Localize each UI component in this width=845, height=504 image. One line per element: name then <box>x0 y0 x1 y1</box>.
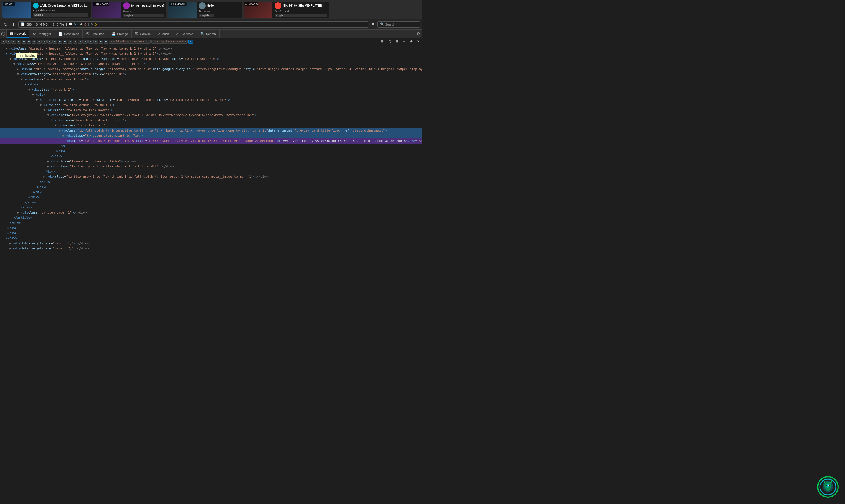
breadcrumb-e-15[interactable]: E <box>73 40 77 43</box>
breadcrumb-e-19[interactable]: E <box>93 40 98 43</box>
debugger-tab-icon: ⚙ <box>33 32 36 36</box>
code-line-23: ▶ <div class="tw-media-card-meta__links"… <box>0 159 423 164</box>
error-icon: ⊗ <box>80 22 83 26</box>
code-panel[interactable]: ▼ <div class="directory-header__filters … <box>0 45 423 252</box>
separator5: | <box>88 23 89 26</box>
breadcrumb-e-5[interactable]: E <box>22 40 26 43</box>
network-tab-label: Network <box>14 32 25 35</box>
breadcrumb-e-12[interactable]: E <box>57 40 62 43</box>
breadcrumb-e-3[interactable]: E <box>12 40 16 43</box>
canvas-tab-label: Canvas <box>140 32 151 36</box>
crosshair-button[interactable]: ⊕ <box>408 38 414 44</box>
split-layout-button[interactable]: ⊟ <box>379 38 385 44</box>
code-line-33: ▶ <div class="tw-item-order-1" >…</div> <box>0 210 423 215</box>
breadcrumb-e-10[interactable]: E <box>47 40 52 43</box>
stream-thumb-4: 43 viewers <box>244 2 272 18</box>
resources-tab-label: Resources <box>64 32 79 36</box>
breadcrumb-h3[interactable]: E <box>188 40 193 43</box>
tab-console[interactable]: >_ Console <box>173 30 197 38</box>
tab-audit[interactable]: ✓ Audit <box>154 30 173 38</box>
code-line-16: ▼ <div class="tw-c-text-alt" > <box>0 123 423 128</box>
avatar-1 <box>33 3 39 8</box>
stream-channel-2: Gorgec <box>123 10 164 13</box>
breadcrumb-e-13[interactable]: E <box>63 40 67 43</box>
url-bar: 📄 386 | 8.44 MB | ⏱ 3.79s | 💬 5 | ⊗ 0 | … <box>18 21 368 28</box>
audit-tab-icon: ✓ <box>158 32 161 36</box>
breadcrumb-e-11[interactable]: E <box>52 40 57 43</box>
stream-info-4: [EN/SG] 8k SEA MID PLAYER | tonight tudi… <box>272 2 329 18</box>
viewer-count-4: 43 viewers <box>244 2 259 6</box>
search-box[interactable]: 🔍 Search <box>377 21 420 28</box>
breadcrumb-e-1[interactable]: E <box>1 40 6 43</box>
download-button[interactable]: ⬇ <box>10 21 17 28</box>
stream-channel-4: FiXeRsdota2 <box>275 10 327 13</box>
code-line-19-selected: <h3 class="tw-ellipsis tw-font-size-5" t… <box>0 138 423 144</box>
tab-search[interactable]: 🔍 Search <box>197 30 219 38</box>
breadcrumb-e-7[interactable]: E <box>32 40 36 43</box>
tab-settings-button[interactable]: ⚙ <box>414 30 423 38</box>
viewer-count-3: 10.2K viewers <box>169 2 187 6</box>
breadcrumb-e-4[interactable]: E <box>17 40 21 43</box>
inspector-icon[interactable]: ⬡ <box>1 31 5 36</box>
code-line-21: </div> <box>0 149 423 154</box>
breadcrumb-e-8[interactable]: E <box>37 40 41 43</box>
network-tab-icon: ⊞ <box>10 32 13 36</box>
tab-canvas[interactable]: 🖼 Canvas <box>131 30 154 38</box>
stream-info-3: Hello Topsonous English <box>197 2 216 18</box>
breadcrumb-e-21[interactable]: E <box>104 40 108 43</box>
tab-resources[interactable]: 📄 Resources <box>55 30 83 38</box>
code-line-34: </article> <box>0 215 423 220</box>
tab-timelines[interactable]: ⏱ Timelines <box>83 30 108 38</box>
devtools-left-icons: ⬡ <box>0 30 6 38</box>
timelines-tab-label: Timelines <box>91 32 104 36</box>
breadcrumb-e-20[interactable]: E <box>99 40 103 43</box>
code-line-28: </div> <box>0 184 423 190</box>
audit-tab-label: Audit <box>162 32 169 36</box>
breadcrumb-link[interactable]: a.tw-full-width.tw-interactive.tw-li... <box>109 40 151 43</box>
avatar-4 <box>275 2 281 9</box>
stream-thumb-3: 10.2K viewers <box>168 2 197 18</box>
stream-card-4[interactable]: 43 viewers [EN/SG] 8k SEA MID PLAYER | t… <box>244 2 329 18</box>
breadcrumb-e-6[interactable]: E <box>27 40 31 43</box>
breadcrumb-e-16[interactable]: E <box>78 40 83 43</box>
tab-network[interactable]: ⊞ Network <box>6 30 29 38</box>
pen-button[interactable]: ✏ <box>401 38 407 44</box>
clock-icon: ⏱ <box>52 23 55 26</box>
breadcrumb-e-2[interactable]: E <box>6 40 11 43</box>
stream-card-1[interactable]: 907 vie... LIVE: Cyber Legacy vs ViKiN.g… <box>2 2 91 18</box>
search-icon: 🔍 <box>380 22 384 26</box>
browser-stream-bar: 907 vie... LIVE: Cyber Legacy vs ViKiN.g… <box>0 0 423 19</box>
breadcrumb-e-17[interactable]: E <box>83 40 88 43</box>
code-line-8: ▼ <div> <box>0 82 423 87</box>
stream-card-3[interactable]: 10.2K viewers Hello Topsonous English <box>168 2 242 18</box>
responsive-button[interactable]: ⊞ <box>370 21 376 28</box>
code-line-31: </div> <box>0 200 423 205</box>
print-button[interactable]: 🖨 <box>386 39 393 44</box>
code-line-1: ▼ <div class="directory-header__filters … <box>0 46 423 51</box>
search-tab-label: Search <box>206 32 216 36</box>
reload-button[interactable]: ↻ <box>2 21 9 28</box>
error-count: 0 <box>84 23 86 26</box>
breadcrumb-e-9[interactable]: E <box>42 40 47 43</box>
tab-add-button[interactable]: + <box>219 30 227 38</box>
request-count: 386 <box>27 23 32 26</box>
code-line-35: </div> <box>0 220 423 226</box>
close-panel-button[interactable]: ✕ <box>416 38 421 44</box>
code-line-27: </div> <box>0 179 423 184</box>
tab-debugger[interactable]: ⚙ Debugger <box>29 30 55 38</box>
main-area: ▼ <div class="directory-header__filters … <box>0 45 423 252</box>
grid-button[interactable]: ⊞ <box>394 38 400 44</box>
breadcrumb-e-14[interactable]: E <box>68 40 72 43</box>
breadcrumb-e-18[interactable]: E <box>88 40 93 43</box>
code-line-29: </div> <box>0 190 423 195</box>
breadcrumb-div[interactable]: div.tw-align-items-start.tw-flex <box>151 40 188 43</box>
lang-badge-4: English <box>275 14 327 17</box>
timelines-tab-icon: ⏱ <box>86 32 89 36</box>
code-line-11: ▼ <article data-a-target="card-0" data-a… <box>0 97 423 103</box>
tab-storage[interactable]: 💾 Storage <box>108 30 132 38</box>
stream-title-1: LIVE: Cyber Legacy vs ViKiN.gg (Bo3) | S… <box>40 4 88 7</box>
stream-card-2[interactable]: 9.4K viewers trying new stuff (maybe) Go… <box>92 2 166 18</box>
transfer-size: 8.44 MB <box>36 23 48 26</box>
lang-badge-1: English <box>33 13 88 17</box>
console-tab-label: Console <box>182 32 193 36</box>
